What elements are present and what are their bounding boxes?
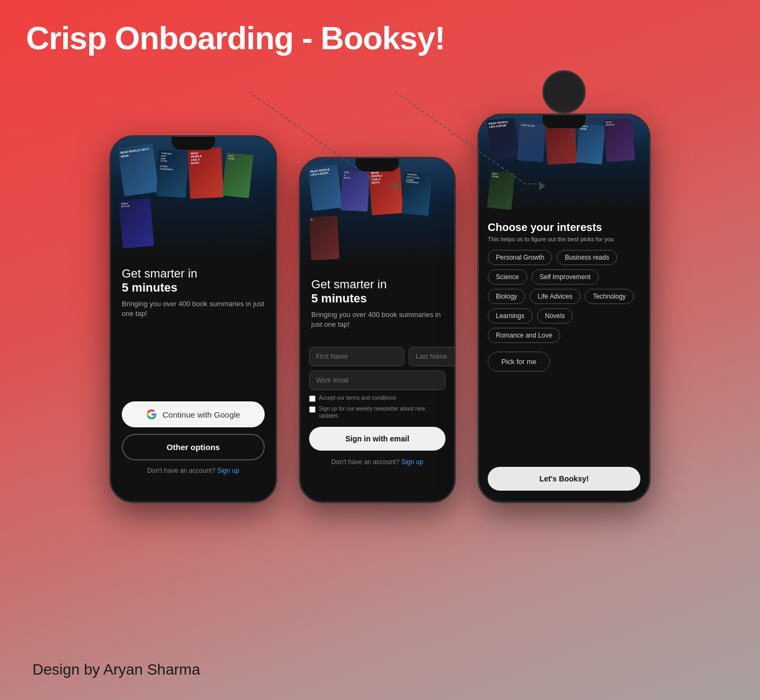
tag-6[interactable]: Technology: [585, 289, 634, 304]
tag-3[interactable]: Self Improvement: [532, 269, 599, 285]
book-stack-2: READ PEOPLE LIKE A BOOK LIKEABOOK READPE…: [306, 159, 449, 267]
phone-2-signup-link[interactable]: Sign up: [401, 458, 423, 466]
name-row: [309, 347, 445, 366]
phone-1-tagline: Get smarter in 5 minutes: [122, 267, 265, 295]
header: Crisp Onboarding - Booksy!: [0, 0, 760, 68]
phone-2-wrapper: READ PEOPLE LIKE A BOOK LIKEABOOK READPE…: [299, 135, 456, 503]
signin-button[interactable]: Sign in with email: [309, 427, 445, 451]
phone-1-subtitle: Bringing you over 400 book summaries in …: [122, 299, 265, 319]
interests-subtitle: This helps us to figure out the best pic…: [488, 236, 640, 242]
page-title: Crisp Onboarding - Booksy!: [26, 19, 734, 57]
tag-9[interactable]: Romance and Love: [488, 328, 560, 343]
phones-container: READ PEOPLE LIKE A BOOK THINKING,FASTAND…: [0, 97, 760, 503]
google-button[interactable]: Continue with Google: [122, 401, 265, 427]
phone-2-subtitle: Bringing you over 400 book summaries in …: [311, 310, 443, 329]
terms-checkbox[interactable]: [309, 395, 316, 402]
book-stack-3: READ PEOPLE LIKE A BOOK FAST+SLOW DANIEL…: [484, 115, 644, 213]
phone-1-buttons: Continue with Google Other options Don't…: [111, 401, 276, 485]
tag-5[interactable]: Life Advices: [529, 289, 580, 304]
phone-1-dont-have: Don't have an account? Sign up: [122, 467, 265, 474]
book-stack-1: READ PEOPLE LIKE A BOOK THINKING,FASTAND…: [116, 137, 270, 255]
newsletter-label: Sign up for our weekly newsletter about …: [319, 405, 445, 419]
phone-1-books: READ PEOPLE LIKE A BOOK THINKING,FASTAND…: [111, 137, 276, 256]
footer: Design by Aryan Sharma: [32, 661, 200, 678]
tag-2[interactable]: Science: [488, 269, 527, 285]
phone-3: READ PEOPLE LIKE A BOOK FAST+SLOW DANIEL…: [477, 114, 651, 503]
google-icon: [146, 409, 157, 420]
tag-0[interactable]: Personal Growth: [488, 250, 552, 265]
phone-2-books: READ PEOPLE LIKE A BOOK LIKEABOOK READPE…: [300, 159, 454, 267]
tag-4[interactable]: Biology: [488, 289, 525, 304]
tags-container: Personal GrowthBusiness readsScienceSelf…: [488, 250, 640, 343]
phone-3-content: Choose your interests This helps us to f…: [479, 213, 649, 391]
email-input[interactable]: [309, 371, 445, 390]
newsletter-checkbox[interactable]: [309, 406, 316, 413]
phone-1-content: Get smarter in 5 minutes Bringing you ov…: [111, 256, 276, 329]
last-name-input[interactable]: [409, 347, 456, 366]
phone-3-circle: [542, 70, 586, 114]
phone-1-signup-link[interactable]: Sign up: [217, 467, 239, 474]
tag-7[interactable]: Learnings: [488, 308, 533, 323]
tag-1[interactable]: Business reads: [556, 250, 617, 265]
phone-2: READ PEOPLE LIKE A BOOK LIKEABOOK READPE…: [299, 157, 456, 503]
terms-label: Accept our terms and conditions: [319, 394, 396, 401]
phone-2-content: Get smarter in 5 minutes Bringing you ov…: [300, 267, 454, 340]
first-name-input[interactable]: [309, 347, 404, 366]
tag-8[interactable]: Novels: [537, 308, 573, 323]
phone-2-tagline: Get smarter in 5 minutes: [311, 278, 443, 306]
pick-for-me-button[interactable]: Pick for me: [488, 352, 550, 372]
newsletter-row: Sign up for our weekly newsletter about …: [309, 405, 445, 419]
phone-1: READ PEOPLE LIKE A BOOK THINKING,FASTAND…: [109, 135, 277, 503]
lets-booksy-button[interactable]: Let's Booksy!: [488, 467, 640, 491]
phone-3-wrapper: READ PEOPLE LIKE A BOOK FAST+SLOW DANIEL…: [477, 92, 651, 503]
other-options-button[interactable]: Other options: [122, 434, 265, 460]
terms-row: Accept our terms and conditions: [309, 394, 445, 402]
phone-1-notch: [172, 137, 215, 150]
phone-2-notch: [356, 159, 399, 171]
phone-2-form: Accept our terms and conditions Sign up …: [300, 340, 454, 472]
interests-title: Choose your interests: [488, 221, 640, 234]
phone-1-wrapper: READ PEOPLE LIKE A BOOK THINKING,FASTAND…: [109, 135, 277, 503]
phone-3-notch: [542, 115, 586, 128]
phone-3-books: READ PEOPLE LIKE A BOOK FAST+SLOW DANIEL…: [479, 115, 649, 213]
phone-2-dont-have: Don't have an account? Sign up: [309, 458, 445, 466]
